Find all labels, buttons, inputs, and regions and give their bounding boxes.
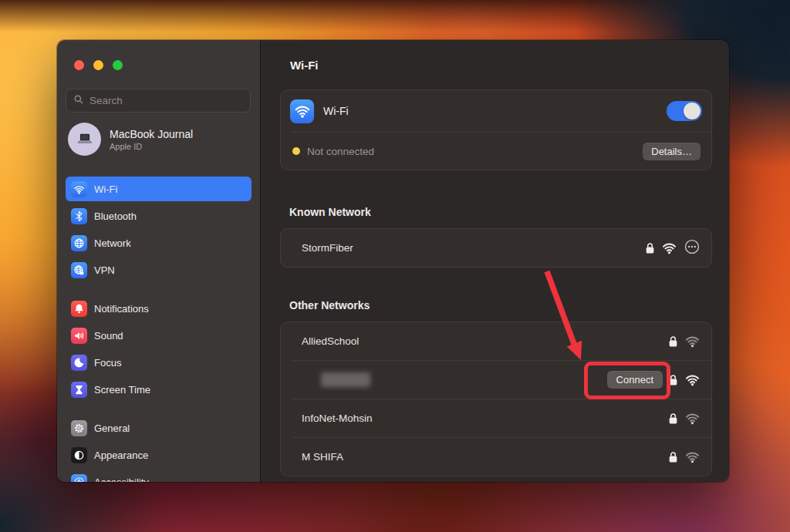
traffic-lights [57, 40, 260, 70]
known-network-header: Known Network [289, 170, 729, 218]
sidebar-item-wifi[interactable]: Wi-Fi [66, 177, 252, 201]
network-row-infonet-mohsin[interactable]: InfoNet-Mohsin [281, 399, 711, 437]
wifi-toggle[interactable] [667, 101, 702, 121]
sidebar-item-label: Bluetooth [94, 210, 137, 222]
wifi-toggle-row: Wi-Fi [281, 90, 711, 132]
status-text: Not connected [307, 146, 374, 157]
pane-title: Wi-Fi [261, 40, 729, 72]
row-icons [668, 412, 701, 425]
sidebar-item-accessibility[interactable]: Accessibility [66, 470, 252, 482]
wifi-signal-icon [684, 450, 701, 463]
status-dot [292, 147, 300, 155]
lock-icon [668, 450, 678, 463]
network-row-redacted[interactable]: Connect [281, 361, 711, 399]
sidebar-nav: Wi-Fi Bluetooth [66, 177, 252, 482]
hourglass-icon [71, 382, 87, 398]
minimize-button[interactable] [93, 60, 103, 70]
nav-group-connectivity: Wi-Fi Bluetooth [66, 177, 252, 282]
redacted-network-name [321, 372, 370, 387]
gear-icon [71, 420, 87, 436]
network-name: AlliedSchool [302, 335, 359, 347]
sidebar-item-sound[interactable]: Sound [66, 323, 252, 348]
globe-lock-icon [71, 262, 87, 278]
system-settings-window: Search MacBook Journal Apple ID [57, 40, 729, 482]
search-input[interactable]: Search [66, 89, 251, 113]
avatar [68, 123, 101, 156]
wifi-pane: Wi-Fi Wi-Fi Not connected [260, 40, 729, 482]
wifi-status-row: Not connected Details… [281, 133, 711, 170]
other-networks-card: AlliedSchool [280, 322, 712, 476]
sidebar-item-notifications[interactable]: Notifications [66, 296, 252, 321]
details-button[interactable]: Details… [643, 143, 701, 160]
sidebar-item-vpn[interactable]: VPN [66, 258, 252, 282]
sidebar-item-label: Accessibility [94, 476, 149, 483]
wifi-icon [290, 99, 314, 123]
wifi-icon [71, 181, 87, 197]
toggle-knob [684, 103, 701, 120]
sidebar-item-label: Network [94, 237, 131, 249]
wifi-signal-icon [684, 412, 701, 425]
moon-icon [71, 355, 87, 371]
profile-name: MacBook Journal [110, 127, 193, 141]
settings-sidebar: Search MacBook Journal Apple ID [57, 40, 260, 482]
more-options-button[interactable] [684, 238, 701, 258]
wifi-signal-icon [684, 335, 701, 348]
wifi-signal-icon [684, 373, 701, 386]
network-name: M SHIFA [302, 451, 343, 463]
sidebar-item-general[interactable]: General [66, 416, 252, 440]
wifi-label: Wi-Fi [323, 105, 349, 117]
wifi-signal-icon [661, 241, 677, 254]
desktop: Search MacBook Journal Apple ID [0, 0, 790, 532]
sidebar-item-focus[interactable]: Focus [66, 350, 252, 375]
search-icon [73, 94, 84, 108]
search-placeholder: Search [89, 95, 123, 106]
bell-icon [71, 301, 87, 317]
sidebar-item-label: Appearance [94, 450, 148, 461]
row-icons [668, 373, 701, 386]
row-icons [645, 238, 701, 258]
sidebar-item-label: VPN [94, 264, 115, 276]
network-name: StormFiber [302, 242, 353, 254]
bluetooth-icon [71, 208, 87, 224]
profile-text: MacBook Journal Apple ID [110, 127, 193, 152]
nav-group-attention: Notifications Sound [66, 296, 252, 402]
network-row-alliedschool[interactable]: AlliedSchool [281, 322, 711, 360]
network-row-stormfiber[interactable]: StormFiber [281, 229, 711, 267]
speaker-icon [71, 328, 87, 344]
known-network-card: StormFiber [280, 228, 712, 268]
sidebar-item-label: Sound [94, 330, 123, 342]
network-name: InfoNet-Mohsin [302, 412, 373, 424]
profile-subtitle: Apple ID [110, 141, 193, 152]
sidebar-item-label: Focus [94, 357, 121, 369]
apple-id-item[interactable]: MacBook Journal Apple ID [68, 123, 251, 156]
lock-icon [668, 412, 678, 425]
lock-icon [668, 335, 678, 348]
sidebar-item-label: General [94, 423, 130, 434]
lock-icon [645, 241, 655, 254]
laptop-icon [75, 130, 95, 150]
nav-group-general: General Appearance [66, 416, 252, 482]
globe-icon [71, 235, 87, 251]
sidebar-item-network[interactable]: Network [66, 231, 252, 255]
other-networks-header: Other Networks [289, 268, 729, 311]
wifi-toggle-card: Wi-Fi Not connected Details… [280, 89, 712, 170]
sidebar-item-appearance[interactable]: Appearance [66, 443, 252, 467]
row-icons [668, 335, 701, 348]
close-button[interactable] [74, 60, 84, 70]
connect-button[interactable]: Connect [607, 371, 663, 389]
sidebar-item-screen-time[interactable]: Screen Time [66, 377, 252, 402]
sidebar-item-label: Wi-Fi [94, 184, 117, 195]
network-row-m-shifa[interactable]: M SHIFA [281, 438, 711, 476]
row-icons [668, 450, 701, 463]
zoom-button[interactable] [113, 60, 123, 70]
appearance-icon [71, 447, 87, 463]
accessibility-icon [71, 474, 87, 483]
lock-icon [668, 373, 678, 386]
sidebar-item-label: Screen Time [94, 384, 150, 396]
sidebar-item-bluetooth[interactable]: Bluetooth [66, 204, 252, 228]
sidebar-item-label: Notifications [94, 303, 149, 315]
